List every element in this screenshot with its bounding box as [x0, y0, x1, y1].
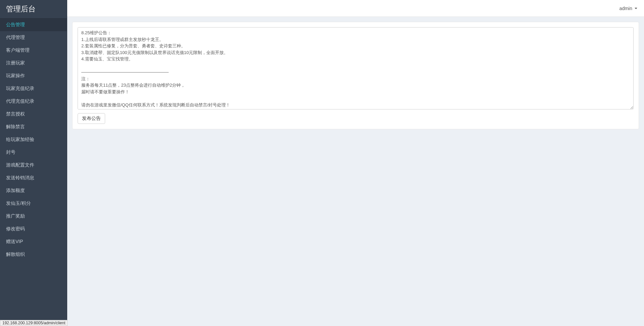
app-root: 管理后台 公告管理代理管理客户端管理注册玩家玩家操作玩家充值纪录代理充值纪录禁言…	[0, 0, 644, 326]
sidebar-item-13[interactable]: 添加额度	[0, 184, 67, 197]
sidebar-item-1[interactable]: 代理管理	[0, 31, 67, 44]
sidebar-item-9[interactable]: 给玩家加经验	[0, 133, 67, 146]
announcement-panel: 发布公告	[72, 22, 639, 129]
sidebar-item-0[interactable]: 公告管理	[0, 18, 67, 31]
sidebar-item-17[interactable]: 赠送VIP	[0, 235, 67, 248]
sidebar-menu: 公告管理代理管理客户端管理注册玩家玩家操作玩家充值纪录代理充值纪录禁言授权解除禁…	[0, 18, 67, 261]
sidebar-item-15[interactable]: 推广奖励	[0, 210, 67, 223]
content: 发布公告	[67, 17, 644, 326]
sidebar-item-11[interactable]: 游戏配置文件	[0, 159, 67, 172]
sidebar-item-6[interactable]: 代理充值纪录	[0, 95, 67, 108]
user-dropdown[interactable]: admin	[619, 6, 637, 11]
caret-down-icon	[635, 8, 637, 9]
sidebar-item-2[interactable]: 客户端管理	[0, 44, 67, 57]
sidebar-item-10[interactable]: 封号	[0, 146, 67, 159]
sidebar-item-4[interactable]: 玩家操作	[0, 69, 67, 82]
sidebar-item-18[interactable]: 解散组织	[0, 248, 67, 261]
browser-statusbar: 192.168.200.129:8005/admin/client	[0, 320, 68, 326]
sidebar: 管理后台 公告管理代理管理客户端管理注册玩家玩家操作玩家充值纪录代理充值纪录禁言…	[0, 0, 67, 326]
announcement-textarea[interactable]	[78, 27, 634, 109]
sidebar-item-16[interactable]: 修改密码	[0, 223, 67, 235]
sidebar-title: 管理后台	[0, 0, 67, 18]
topbar: admin	[67, 0, 644, 17]
publish-button[interactable]: 发布公告	[78, 113, 105, 124]
sidebar-item-5[interactable]: 玩家充值纪录	[0, 82, 67, 95]
main-area: admin 发布公告	[67, 0, 644, 326]
sidebar-item-14[interactable]: 发仙玉/积分	[0, 197, 67, 210]
sidebar-item-7[interactable]: 禁言授权	[0, 108, 67, 121]
username-label: admin	[619, 6, 632, 11]
sidebar-item-12[interactable]: 发送铃铛消息	[0, 172, 67, 184]
sidebar-item-8[interactable]: 解除禁言	[0, 121, 67, 133]
sidebar-item-3[interactable]: 注册玩家	[0, 57, 67, 69]
